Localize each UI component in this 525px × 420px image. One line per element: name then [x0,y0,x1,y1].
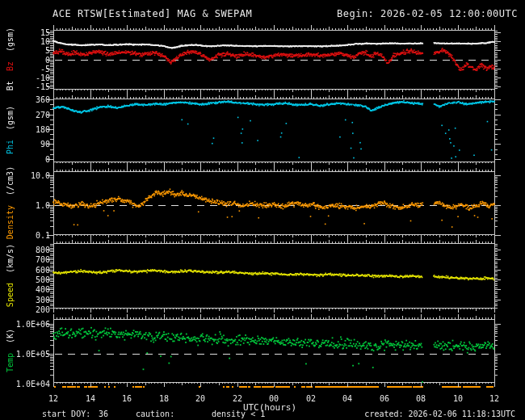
y-tick-label: 270 [36,111,50,120]
x-tick-label: 14 [86,394,95,403]
x-tick-label: 12 [489,394,499,403]
y-tick-label: 1.0E+04 [16,380,50,388]
y-tick-label: 0.1 [36,231,50,240]
axis-title-mag: Bt Bz (gsm) [6,27,15,90]
y-tick-label: 1.0 [36,201,50,210]
y-tick-label: 360 [36,95,50,104]
y-tick-label: 5 [45,46,50,55]
y-tick-label: 15 [40,28,50,37]
y-tick-label: -5 [40,65,50,74]
y-tick-label: 0 [45,155,50,164]
x-tick-label: 18 [159,394,169,403]
x-tick-label: 06 [380,394,389,403]
x-tick-label: 00 [269,394,279,403]
y-tick-label: -15 [36,82,50,91]
x-tick-label: 10 [453,394,463,403]
x-tick-label: 20 [195,394,205,403]
y-tick-label: 1.0E+06 [16,320,50,329]
y-tick-label: 10 [40,37,50,46]
plot-title: ACE RTSW[Estimated] MAG & SWEPAM [52,8,252,19]
axis-title-density: Density (/cm3) [6,166,15,239]
y-tick-label: 0 [45,56,50,65]
x-tick-label: 04 [342,394,352,403]
y-tick-label: 200 [36,305,50,314]
y-tick-label: 500 [36,275,50,284]
y-tick-label: 1.0E+05 [16,350,50,359]
plot-overlay: ACE RTSW[Estimated] MAG & SWEPAM Begin: … [0,0,525,420]
x-tick-label: 08 [416,394,426,403]
axis-title-speed: Speed (km/s) [6,244,15,307]
x-tick-label: 12 [48,394,58,403]
axis-title-phi: Phi (gsm) [6,106,15,154]
axis-title-mag-unit: (gsm) [6,27,15,52]
ace-rtsw-plot: ACE RTSW[Estimated] MAG & SWEPAM Begin: … [0,0,525,420]
footer-start-doy-label: start DOY: [42,410,90,418]
y-tick-label: 300 [36,296,50,304]
footer-start-doy-value: 36 [99,410,108,418]
x-tick-label: 22 [233,394,242,403]
y-tick-label: 180 [36,125,50,134]
footer-caution-value: density < 1 [212,410,265,418]
axis-title-temp: Temp (K) [6,329,15,372]
x-tick-label: 16 [122,394,132,403]
y-tick-label: 600 [36,266,50,275]
axis-title-bt: Bt [6,81,15,90]
footer-caution-label: caution: [136,410,174,418]
y-tick-label: 700 [36,255,50,264]
y-tick-label: 90 [40,140,50,149]
footer-created-timestamp: created: 2026-02-06 11:18:13UTC [364,410,515,418]
y-tick-label: -10 [36,74,50,82]
x-tick-label: 02 [306,394,316,403]
y-tick-label: 400 [36,285,50,294]
y-tick-label: 800 [36,246,50,254]
axis-title-bz: Bz [6,61,15,71]
begin-timestamp: Begin: 2026-02-05 12:00:00UTC [337,8,518,19]
y-tick-label: 10.0 [31,171,50,180]
